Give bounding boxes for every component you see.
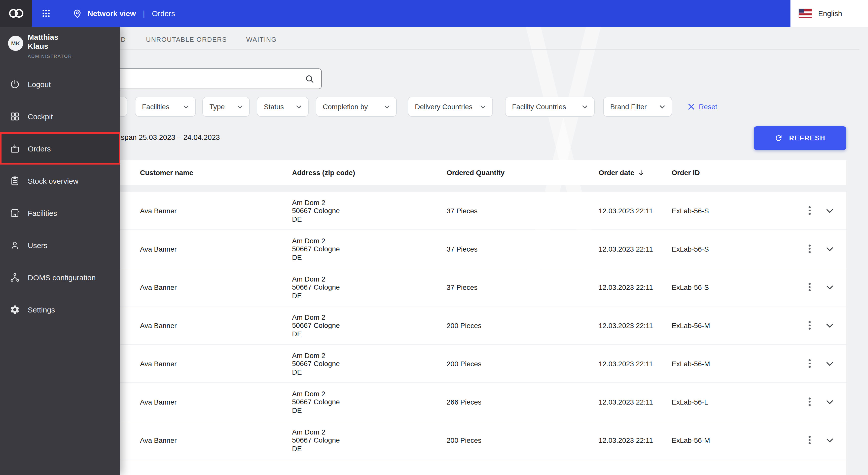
users-icon: [9, 240, 20, 250]
order-id-cell: ExLab-56-L: [672, 398, 708, 406]
column-header-customer: Customer name: [140, 160, 193, 185]
order-date-cell: 12.03.2023 22:11: [599, 245, 653, 253]
location-pin-icon: [72, 8, 83, 19]
filter-completion-by[interactable]: Completion by: [316, 97, 397, 117]
row-menu-button[interactable]: [806, 358, 813, 370]
address-cell: Am Dom 250667 CologneDE: [292, 389, 340, 414]
order-date-cell: 12.03.2023 22:11: [599, 398, 653, 406]
chevron-down-icon: [384, 105, 390, 108]
page-title: Orders: [152, 9, 175, 18]
row-menu-button[interactable]: [806, 243, 813, 255]
column-header-order-date[interactable]: Order date: [599, 160, 645, 185]
row-menu-button[interactable]: [806, 396, 813, 408]
sort-descending-icon: [638, 169, 645, 176]
table-row: Am Dom 2: [101, 460, 846, 475]
row-expand-chevron[interactable]: [826, 209, 833, 213]
topbar: Network view | Orders English: [0, 0, 868, 27]
customer-cell: Ava Banner: [140, 321, 177, 329]
tab-hidden-fragment[interactable]: D: [121, 27, 126, 49]
customer-cell: Ava Banner: [140, 207, 177, 214]
filter-label: Facility Countries: [512, 103, 566, 111]
filter-label: Brand Filter: [610, 103, 647, 111]
filter-brand[interactable]: Brand Filter: [603, 97, 672, 117]
orders-icon: [9, 143, 20, 154]
stock-overview-icon: [9, 175, 20, 186]
filter-delivery-countries[interactable]: Delivery Countries: [408, 97, 493, 117]
avatar: MK: [8, 36, 23, 51]
filters-row: Facilities Type Status Completion by Del…: [0, 97, 868, 117]
doms-configuration-icon: [9, 272, 20, 282]
row-menu-button[interactable]: [806, 281, 813, 293]
table-row: Ava Banner Am Dom 250667 CologneDE 37 Pi…: [101, 268, 846, 306]
app-window: D UNROUTABLE ORDERS WAITING Facilities T…: [0, 0, 868, 475]
row-menu-button[interactable]: [806, 434, 813, 446]
chevron-down-icon: [582, 105, 588, 108]
order-date-cell: 12.03.2023 22:11: [599, 283, 653, 291]
quantity-cell: 37 Pieces: [446, 283, 477, 291]
sidebar-item-facilities[interactable]: Facilities: [0, 197, 120, 229]
facilities-icon: [9, 208, 20, 218]
order-date-cell: 12.03.2023 22:11: [599, 207, 653, 214]
quantity-cell: 200 Pieces: [446, 360, 482, 368]
sidebar-item-label: Settings: [28, 305, 55, 314]
filter-facilities[interactable]: Facilities: [135, 97, 196, 117]
reset-label: Reset: [699, 103, 717, 111]
row-expand-chevron[interactable]: [826, 323, 833, 327]
sidebar-item-label: Cockpit: [28, 112, 53, 121]
filter-facility-countries[interactable]: Facility Countries: [505, 97, 595, 117]
timespan-text: span 25.03.2023 – 24.04.2023: [121, 133, 220, 141]
section-title: Network view: [88, 9, 136, 18]
tab-waiting[interactable]: WAITING: [246, 27, 277, 49]
sidebar-item-label: Users: [28, 241, 47, 249]
reset-filters-button[interactable]: Reset: [688, 97, 717, 117]
customer-cell: Ava Banner: [140, 245, 177, 253]
sidebar-item-label: Facilities: [28, 209, 57, 217]
sidebar-item-logout[interactable]: Logout: [0, 68, 120, 100]
row-expand-chevron[interactable]: [826, 247, 833, 251]
clear-x-icon: [688, 104, 694, 110]
orders-table: Customer name Address (zip code) Ordered…: [101, 160, 846, 475]
table-row: Ava Banner Am Dom 250667 CologneDE 37 Pi…: [101, 230, 846, 268]
sidebar-item-stock-overview[interactable]: Stock overview: [0, 165, 120, 197]
row-expand-chevron[interactable]: [826, 362, 833, 366]
row-expand-chevron[interactable]: [826, 400, 833, 404]
sidebar-item-orders[interactable]: Orders: [0, 132, 120, 165]
column-header-address: Address (zip code): [292, 160, 355, 185]
filter-type[interactable]: Type: [203, 97, 250, 117]
sidebar-item-doms-configuration[interactable]: DOMS configuration: [0, 261, 120, 293]
table-row: Ava Banner Am Dom 250667 CologneDE 266 P…: [101, 383, 846, 421]
filter-label: Facilities: [142, 103, 169, 111]
app-logo: [0, 0, 32, 27]
order-date-cell: 12.03.2023 22:11: [599, 321, 653, 329]
refresh-button[interactable]: REFRESH: [754, 126, 846, 150]
sidebar: MK Matthias Klaus ADMINISTRATOR Logout C…: [0, 27, 120, 475]
quantity-cell: 266 Pieces: [446, 398, 482, 406]
address-cell: Am Dom 2: [292, 474, 325, 475]
column-header-quantity: Ordered Quantity: [446, 160, 504, 185]
apps-grid-button[interactable]: [35, 0, 57, 27]
address-cell: Am Dom 250667 CologneDE: [292, 237, 340, 261]
row-expand-chevron[interactable]: [826, 285, 833, 289]
tabs-row: D UNROUTABLE ORDERS WAITING: [0, 27, 860, 50]
filter-status[interactable]: Status: [257, 97, 309, 117]
sidebar-item-users[interactable]: Users: [0, 229, 120, 261]
sidebar-item-settings[interactable]: Settings: [0, 293, 120, 326]
order-id-cell: ExLab-56-M: [672, 360, 710, 368]
tab-unroutable-orders[interactable]: UNROUTABLE ORDERS: [146, 27, 227, 49]
row-expand-chevron[interactable]: [826, 438, 833, 442]
customer-cell: Ava Banner: [140, 398, 177, 406]
table-row: Ava Banner Am Dom 250667 CologneDE 200 P…: [101, 345, 846, 382]
sidebar-item-cockpit[interactable]: Cockpit: [0, 100, 120, 132]
user-role: ADMINISTRATOR: [28, 54, 72, 59]
address-cell: Am Dom 250667 CologneDE: [292, 275, 340, 300]
user-section: MK Matthias Klaus ADMINISTRATOR: [0, 27, 120, 70]
address-cell: Am Dom 250667 CologneDE: [292, 313, 340, 338]
filter-label: Status: [264, 103, 284, 111]
quantity-cell: 200 Pieces: [446, 321, 482, 329]
row-menu-button[interactable]: [806, 205, 813, 216]
language-selector[interactable]: English: [790, 0, 868, 27]
us-flag-icon: [799, 9, 812, 18]
quantity-cell: 37 Pieces: [446, 207, 477, 214]
row-menu-button[interactable]: [806, 319, 813, 331]
customer-cell: Ava Banner: [140, 436, 177, 444]
